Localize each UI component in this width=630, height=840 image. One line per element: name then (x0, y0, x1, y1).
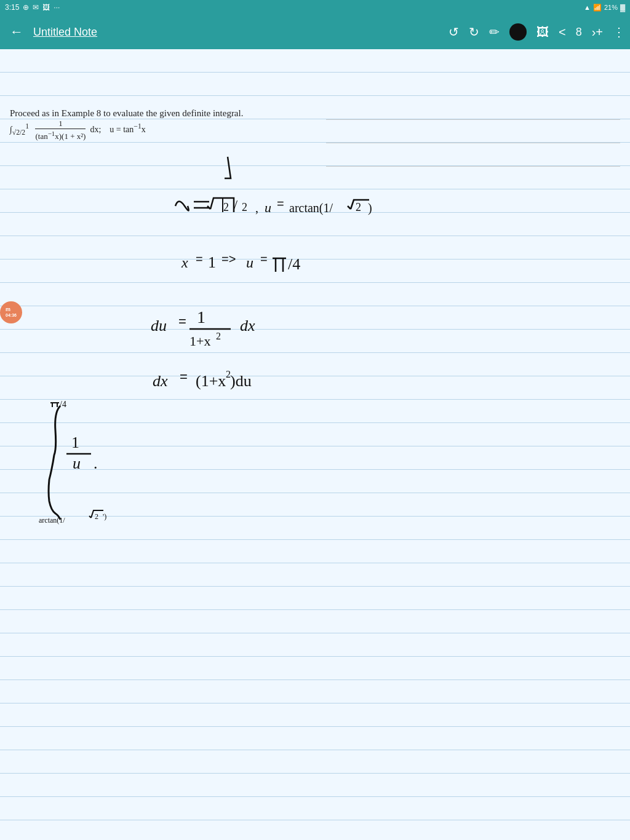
forward-page-button[interactable]: ›+ (592, 25, 603, 39)
svg-text:arctan(1/: arctan(1/ (39, 516, 65, 525)
svg-text:/: / (234, 197, 238, 212)
svg-text:(1+x: (1+x (196, 372, 226, 390)
svg-text:/4: /4 (60, 400, 66, 409)
svg-text:u: u (265, 200, 271, 215)
svg-text:2: 2 (223, 201, 229, 213)
svg-text:/4: /4 (288, 255, 300, 273)
more-options-button[interactable]: ⋮ (613, 25, 625, 39)
image-button[interactable]: 🖼 (536, 25, 549, 39)
svg-text:arctan(1/: arctan(1/ (289, 201, 333, 215)
svg-text:dx: dx (240, 317, 255, 335)
time-display: 3:15 (5, 3, 19, 12)
svg-text:1: 1 (197, 307, 205, 327)
color-picker[interactable] (509, 23, 527, 41)
svg-text:1: 1 (208, 253, 216, 271)
image-icon: 🖼 (42, 3, 50, 12)
svg-text:2: 2 (216, 331, 221, 341)
pen-button[interactable]: ✏ (489, 25, 500, 39)
dots-icon: ··· (54, 3, 60, 12)
svg-text:2: 2 (242, 201, 247, 213)
status-right: ▲ 📶 21% ▓ (584, 4, 625, 12)
android-icon: ⊕ (23, 3, 29, 12)
svg-line-10 (348, 206, 351, 209)
page-number: 8 (576, 26, 582, 39)
svg-text:=>: => (221, 252, 236, 266)
svg-text:,: , (255, 201, 258, 215)
svg-text:=: = (180, 369, 188, 384)
signal-icon: ▲ (584, 4, 591, 11)
wifi-icon: 📶 (593, 4, 602, 12)
svg-text:x: x (181, 255, 188, 271)
redo-button[interactable]: ↻ (469, 25, 479, 39)
svg-text:1: 1 (71, 434, 79, 451)
svg-text:=: = (178, 314, 186, 329)
back-page-button[interactable]: < (559, 25, 566, 39)
toolbar: ← Untitled Note ↺ ↻ ✏ 🖼 < 8 ›+ ⋮ (0, 15, 630, 49)
svg-text:.: . (94, 454, 98, 472)
mail-icon: ✉ (33, 3, 39, 12)
back-button[interactable]: ← (5, 22, 28, 42)
svg-text:1+x: 1+x (189, 333, 210, 349)
toolbar-icons: ↺ ↻ ✏ 🖼 < 8 ›+ ⋮ (449, 23, 625, 41)
svg-text:=: = (260, 252, 268, 266)
handwriting-canvas: 2 / 2 , u = arctan(1/ 2 ) x = 1 => u = /… (0, 49, 630, 840)
svg-text:)du: )du (230, 372, 252, 390)
svg-text:dx: dx (153, 372, 168, 390)
battery-icon: ▓ (620, 4, 625, 11)
svg-text:u: u (73, 454, 81, 472)
note-title: Untitled Note (33, 26, 444, 39)
svg-text:): ) (368, 201, 372, 215)
svg-text:=: = (277, 197, 284, 210)
status-left: 3:15 ⊕ ✉ 🖼 ··· (5, 3, 60, 12)
svg-text:du: du (151, 317, 167, 335)
svg-text:=: = (196, 252, 203, 266)
svg-line-36 (89, 516, 91, 518)
note-area[interactable]: Proceed as in Example 8 to evaluate the … (0, 49, 630, 840)
svg-text:u: u (246, 255, 253, 271)
undo-button[interactable]: ↺ (449, 25, 459, 39)
svg-text:'): ') (103, 512, 106, 521)
battery-text: 21% (604, 4, 618, 11)
svg-text:2: 2 (95, 512, 98, 521)
status-bar: 3:15 ⊕ ✉ 🖼 ··· ▲ 📶 21% ▓ (0, 0, 630, 15)
svg-text:2: 2 (356, 201, 361, 213)
